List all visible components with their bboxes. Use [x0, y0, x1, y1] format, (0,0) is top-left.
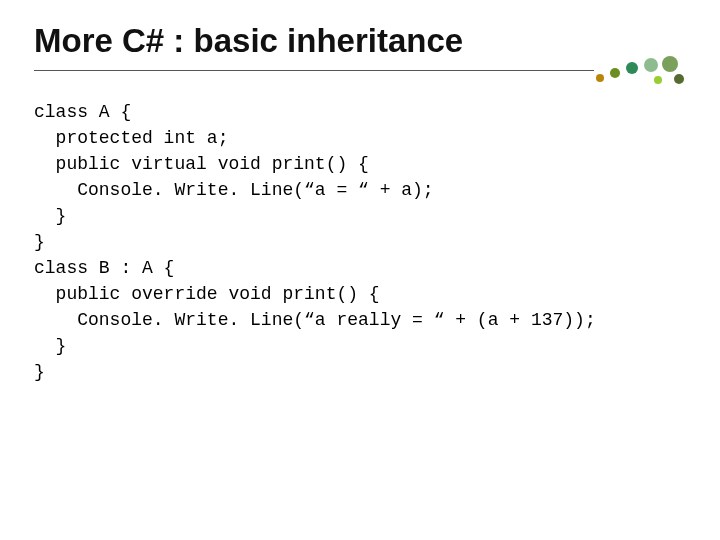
accent-dots — [596, 56, 686, 86]
decorative-dot-icon — [674, 74, 684, 84]
decorative-dot-icon — [662, 56, 678, 72]
title-underline — [34, 70, 594, 71]
slide-title: More C# : basic inheritance — [34, 22, 686, 60]
decorative-dot-icon — [654, 76, 662, 84]
decorative-dot-icon — [596, 74, 604, 82]
decorative-dot-icon — [610, 68, 620, 78]
code-block: class A { protected int a; public virtua… — [34, 99, 686, 385]
decorative-dot-icon — [626, 62, 638, 74]
decorative-dot-icon — [644, 58, 658, 72]
slide: More C# : basic inheritance class A { pr… — [0, 0, 720, 540]
